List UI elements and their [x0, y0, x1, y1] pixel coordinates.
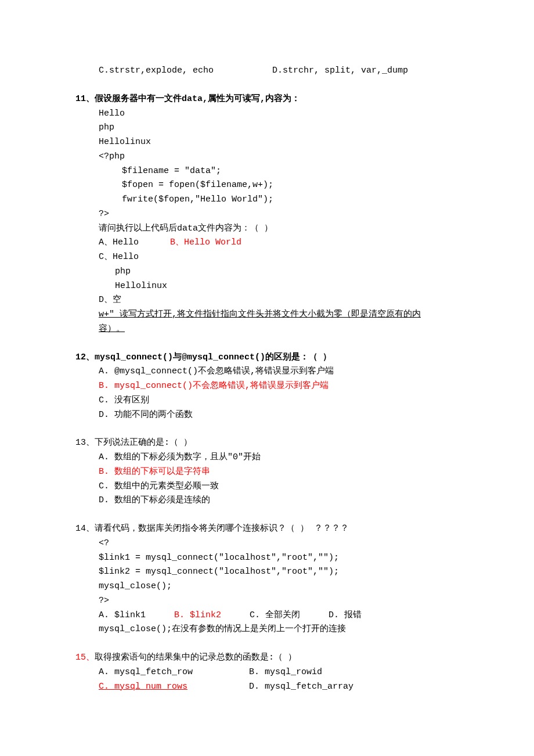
q15-title: 15、取得搜索语句的结果集中的记录总数的函数是:（ ） [75, 651, 459, 665]
q10-opt-c: C.strstr,explode, echo [99, 64, 267, 78]
q11-line-hellolinux: Hellolinux [99, 135, 459, 150]
q11-ab-row: A、Hello B、Hello World [99, 236, 459, 250]
q14-code-end: ?> [99, 594, 459, 609]
q11-explain-1: w+" 读写方式打开,将文件指针指向文件头并将文件大小截为零（即是清空原有的内 [99, 308, 459, 322]
q14-opt-c: C. 全部关闭 [250, 609, 300, 623]
q10-options-tail: C.strstr,explode, echo D.strchr, split, … [99, 64, 459, 78]
q14-code-open: <? [99, 537, 459, 551]
q15-ab-row: A. mysql_fetch_row B. mysql_rowid [99, 665, 459, 680]
q14-opt-b: B. $link2 [174, 609, 221, 623]
q13-title: 13、下列说法正确的是:（ ） [75, 436, 459, 451]
q15-title-rest: 取得搜索语句的结果集中的记录总数的函数是:（ ） [95, 653, 297, 663]
q15-opt-c: C. mysql_num_rows [99, 680, 244, 694]
q14-opt-d: D. 报错 [329, 609, 362, 623]
q13-opt-c: C. 数组中的元素类型必顺一致 [99, 480, 459, 494]
q15-opt-b: B. mysql_rowid [249, 667, 322, 677]
q15-title-prefix: 15、 [75, 653, 95, 663]
q11-line-hello: Hello [99, 107, 459, 121]
q12-opt-a: A. @mysql_connect()不会忽略错误,将错误显示到客户端 [99, 365, 459, 379]
q11-code-fopen: $fopen = fopen($filename,w+); [122, 178, 459, 193]
q14-opt-a: A. $link1 [99, 609, 146, 623]
q11-opt-c-l3: Hellolinux [115, 279, 459, 294]
q12-opt-c: C. 没有区别 [99, 394, 459, 408]
q11-opt-c-l2: php [115, 265, 459, 279]
q13-opt-d: D. 数组的下标必须是连续的 [99, 494, 459, 508]
q10-opt-d: D.strchr, split, var,_dump [272, 66, 408, 75]
q11-code-close: ?> [99, 207, 459, 222]
q15-opt-a: A. mysql_fetch_row [99, 665, 244, 680]
q11-opt-c: C、Hello [99, 250, 459, 265]
q11-code-fwrite: fwrite($fopen,"Hello World"); [122, 193, 459, 207]
q11-opt-b: B、Hello World [170, 237, 241, 247]
q14-code-link1: $link1 = mysql_connect("localhost","root… [99, 551, 459, 566]
q11-opt-a: A、Hello [99, 237, 139, 247]
q14-explain: mysql_close();在没有参数的情况上是关闭上一个打开的连接 [99, 622, 459, 637]
q11-line-php: php [99, 121, 459, 135]
q12-opt-d: D. 功能不同的两个函数 [99, 408, 459, 423]
q12-opt-b: B. mysql_connect()不会忽略错误,将错误显示到客户端 [99, 379, 459, 394]
q11-title: 11、假设服务器中有一文件data,属性为可读写,内容为： [75, 92, 459, 107]
q14-options: A. $link1 B. $link2 C. 全部关闭 D. 报错 [99, 609, 459, 623]
q11-code-filename: $filename = "data"; [122, 164, 459, 179]
q14-code-close: mysql_close(); [99, 579, 459, 594]
q15-opt-d: D. mysql_fetch_array [249, 682, 353, 692]
q15-cd-row: C. mysql_num_rows D. mysql_fetch_array [99, 680, 459, 694]
q11-explain-2: 容）。 [99, 322, 459, 337]
q11-prompt: 请问执行以上代码后data文件内容为：（ ） [99, 222, 459, 236]
q12-title: 12、mysql_connect()与@mysql_connect()的区别是：… [75, 351, 459, 365]
q13-opt-b: B. 数组的下标可以是字符串 [99, 465, 459, 480]
q14-title: 14、请看代码，数据库关闭指令将关闭哪个连接标识？（ ） ？？？？ [75, 522, 459, 537]
q11-code-open: <?php [99, 150, 459, 164]
q13-opt-a: A. 数组的下标必须为数字，且从"0"开始 [99, 451, 459, 465]
q14-code-link2: $link2 = mysql_connect("localhost","root… [99, 565, 459, 579]
q11-opt-d: D、空 [99, 293, 459, 308]
